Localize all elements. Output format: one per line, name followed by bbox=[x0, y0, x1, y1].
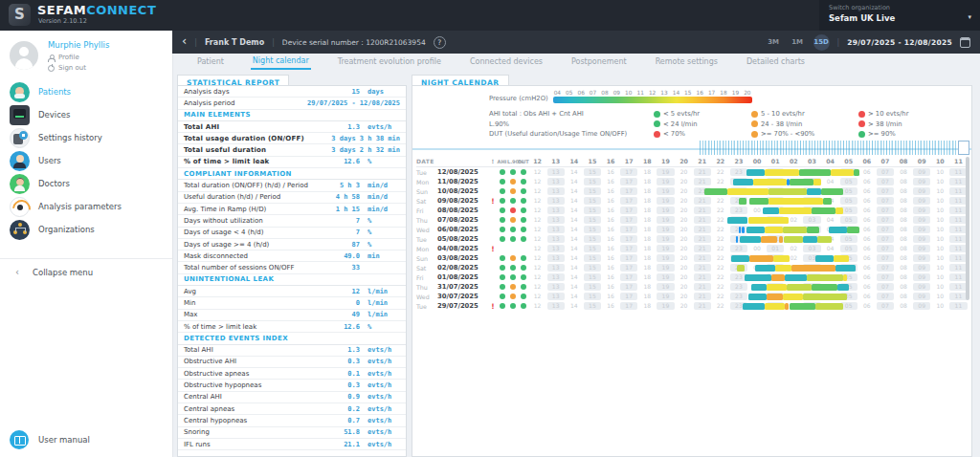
hour-cell: 13 bbox=[547, 197, 565, 205]
status-dot-icon bbox=[521, 303, 526, 309]
hour-cell: 21 bbox=[694, 207, 711, 214]
hour-track: 1213141516171819202122230001020304050607… bbox=[528, 253, 968, 263]
report-row: Analysis days15days bbox=[178, 86, 406, 98]
pressure-tick: 08 bbox=[601, 90, 608, 96]
tab-postponement[interactable]: Postponement bbox=[569, 55, 629, 69]
signout-link[interactable]: Sign out bbox=[48, 64, 86, 72]
organization-selector[interactable]: Switch organization Sefam UK Live ▾ bbox=[819, 0, 980, 31]
profile-link[interactable]: Profile bbox=[48, 54, 79, 61]
status-dot-cell bbox=[497, 284, 507, 290]
hour-cell: 21 bbox=[694, 283, 711, 291]
report-row: Total useful duration3 days 2 h 32 min bbox=[178, 144, 406, 156]
hour-cell: 09 bbox=[913, 273, 930, 281]
hour-cell: 07 bbox=[877, 216, 894, 224]
hour-cell: 05 bbox=[840, 197, 858, 205]
hour-cell: 08 bbox=[895, 293, 912, 300]
usage-bar-segment bbox=[821, 188, 843, 195]
sidebar-item-users[interactable]: Users bbox=[0, 149, 172, 172]
hour-cell: 06 bbox=[858, 178, 876, 185]
dot-column-header: L.90% bbox=[507, 159, 518, 164]
tab-connected-devices[interactable]: Connected devices bbox=[468, 55, 545, 69]
back-button[interactable]: ‹ bbox=[182, 32, 187, 51]
report-row: Obstructive hypopneas0.3evts/h bbox=[178, 380, 406, 391]
period-button-15d[interactable]: 15D bbox=[813, 34, 830, 51]
user-manual-button[interactable]: User manual bbox=[10, 430, 90, 449]
sidebar-item-label: Settings history bbox=[38, 133, 102, 142]
pressure-tick: 12 bbox=[649, 90, 656, 96]
date-label: 12/08/2025 bbox=[437, 168, 489, 176]
period-button-1m[interactable]: 1M bbox=[790, 34, 806, 51]
hour-cell: 11 bbox=[949, 216, 967, 224]
sidebar-item-settings-history[interactable]: Settings history bbox=[0, 126, 172, 149]
status-dot-icon bbox=[500, 284, 505, 290]
settings-history-icon bbox=[10, 128, 30, 148]
users-icon bbox=[10, 151, 30, 171]
help-button[interactable]: ? bbox=[434, 36, 446, 49]
hour-cell: 22 bbox=[712, 226, 729, 233]
hour-cell: 22 bbox=[712, 178, 729, 185]
status-dot-icon bbox=[654, 131, 660, 138]
pressure-tick: 13 bbox=[660, 90, 667, 96]
sidebar-item-analysis-parameters[interactable]: Analysis parameters bbox=[0, 195, 172, 218]
hour-track: 1213141516171819202122230001020304050607… bbox=[528, 301, 968, 311]
legend-row-label: L.90% bbox=[489, 120, 654, 128]
hour-cell: 09 bbox=[913, 178, 930, 185]
legend-item-text: < 70% bbox=[663, 130, 685, 138]
tab-patient[interactable]: Patient bbox=[195, 55, 226, 69]
hour-cell: 00 bbox=[748, 245, 766, 252]
tab-detailed-charts[interactable]: Detailed charts bbox=[745, 55, 807, 69]
report-row: Analysis period29/07/2025 - 12/08/2025 bbox=[178, 98, 406, 109]
hour-cell: 14 bbox=[566, 283, 583, 291]
status-dot-icon bbox=[510, 217, 516, 223]
date-label: 01/08/2025 bbox=[437, 273, 489, 281]
status-dot-icon bbox=[500, 227, 505, 232]
hour-header-label: 01 bbox=[767, 158, 784, 165]
calendar-scrollbar[interactable] bbox=[966, 157, 969, 300]
report-row-value: 0.9 bbox=[347, 393, 360, 401]
tab-night-calendar[interactable]: Night calendar bbox=[251, 54, 311, 70]
hour-cell: 12 bbox=[529, 197, 546, 205]
hour-cell: 17 bbox=[620, 235, 637, 243]
overview-scroll-handle[interactable] bbox=[958, 141, 969, 155]
hour-cell: 08 bbox=[895, 273, 912, 281]
date-label: 11/08/2025 bbox=[437, 178, 489, 185]
usage-overview-strip[interactable] bbox=[700, 141, 956, 155]
day-label: Wed bbox=[416, 294, 437, 300]
status-dot-cell bbox=[507, 188, 518, 194]
date-range[interactable]: 29/07/2025 - 12/08/2025 bbox=[847, 38, 952, 47]
sidebar-item-organizations[interactable]: Organizations bbox=[0, 218, 172, 241]
period-button-3m[interactable]: 3M bbox=[766, 34, 782, 51]
legend-item-text: >= 90% bbox=[868, 130, 896, 138]
collapse-menu-button[interactable]: ‹ Collapse menu bbox=[0, 258, 172, 277]
tab-treatment-evolution-profile[interactable]: Treatment evolution profile bbox=[336, 55, 443, 69]
hour-cell: 11 bbox=[949, 254, 967, 262]
sidebar-item-devices[interactable]: Devices bbox=[0, 103, 172, 126]
calendar-row: Wed30/07/2025121314151617181920212223000… bbox=[416, 292, 968, 301]
report-row-label: Analysis days bbox=[184, 88, 352, 96]
report-row-label: Central AHI bbox=[184, 393, 347, 401]
tab-remote-settings[interactable]: Remote settings bbox=[654, 55, 720, 69]
sidebar-item-patients[interactable]: Patients bbox=[0, 80, 172, 103]
hour-cell: 14 bbox=[566, 197, 583, 205]
sidebar-item-doctors[interactable]: Doctors bbox=[0, 172, 172, 195]
status-dot-icon bbox=[521, 207, 526, 213]
hour-cell: 04 bbox=[822, 178, 839, 185]
hour-cell: 10 bbox=[931, 283, 948, 291]
hour-header-label: 12 bbox=[529, 158, 546, 165]
report-row: Total duration (ON/OFF) (h/d) / Period5 … bbox=[178, 180, 406, 191]
hour-cell: 11 bbox=[949, 197, 967, 205]
hour-cell: 10 bbox=[931, 264, 948, 272]
day-label: Sat bbox=[416, 265, 437, 272]
hour-cell: 18 bbox=[638, 187, 656, 195]
day-label: Sat bbox=[416, 198, 437, 205]
report-row: Central apneas0.2evts/h bbox=[178, 403, 406, 415]
usage-bar-segment bbox=[731, 255, 749, 262]
hour-columns-header: 1213141516171819202122230001020304050607… bbox=[528, 156, 968, 166]
hour-cell: 14 bbox=[566, 178, 583, 185]
status-dot-icon bbox=[500, 169, 505, 175]
hour-cell: 16 bbox=[602, 235, 619, 243]
usage-bar-segment bbox=[815, 255, 834, 262]
hour-cell: 18 bbox=[638, 207, 656, 214]
hour-cell: 11 bbox=[949, 168, 967, 176]
calendar-icon[interactable] bbox=[960, 37, 970, 48]
